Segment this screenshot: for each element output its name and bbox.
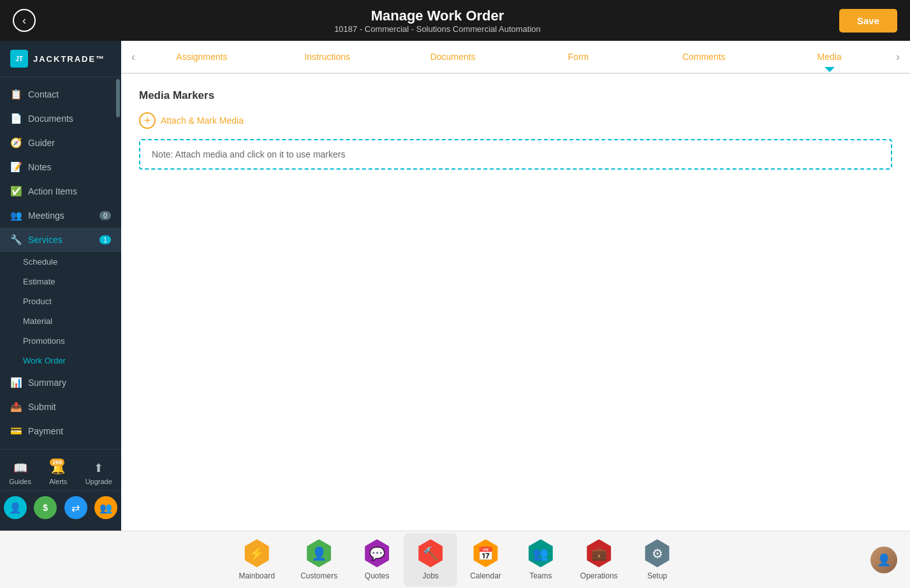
sidebar-subitem-promotions[interactable]: Promotions	[0, 331, 121, 351]
dollar-mini-button[interactable]: $	[34, 496, 57, 519]
tab-form[interactable]: Form	[515, 43, 641, 71]
sidebar-subitem-estimate[interactable]: Estimate	[0, 272, 121, 291]
exchange-mini-button[interactable]: ⇄	[64, 496, 87, 519]
schedule-label: Schedule	[23, 257, 57, 267]
logo-text: JACKTRADE™	[33, 54, 105, 64]
content-body: Media Markers + Attach & Mark Media Note…	[121, 74, 910, 531]
jobs-icon: 🔨	[416, 540, 444, 568]
tab-media[interactable]: Media	[767, 43, 892, 71]
sidebar-item-payment[interactable]: 💳 Payment	[0, 419, 121, 443]
contact-icon: 📋	[10, 89, 22, 100]
sidebar-item-meetings[interactable]: 👥 Meetings 0	[0, 203, 121, 228]
back-button[interactable]: ‹	[13, 9, 36, 32]
work-order-label: Work Order	[23, 356, 66, 365]
sidebar-item-contact[interactable]: 📋 Contact	[0, 82, 121, 107]
sidebar-item-documents[interactable]: 📄 Documents	[0, 107, 121, 131]
services-icon: 🔧	[10, 234, 22, 246]
calendar-icon: 📅	[472, 540, 500, 568]
tab-next-button[interactable]: ›	[892, 50, 904, 64]
bottom-nav-customers[interactable]: 👤 Customers	[288, 533, 350, 587]
bottom-nav-mainboard[interactable]: ⚡ Mainboard	[226, 533, 288, 587]
sidebar-item-contact-label: Contact	[28, 89, 59, 99]
sidebar-nav: 📋 Contact 📄 Documents 🧭 Guider 📝 Notes ✅	[0, 77, 121, 449]
action-items-icon: ✅	[10, 186, 22, 197]
bottom-nav-setup[interactable]: ⚙ Setup	[631, 533, 684, 587]
sidebar-item-summary[interactable]: 📊 Summary	[0, 371, 121, 395]
guider-icon: 🧭	[10, 137, 22, 149]
note-text: Note: Attach media and click on it to us…	[152, 149, 345, 159]
sidebar-scroll-thumb	[116, 79, 120, 117]
avatar-image: 👤	[870, 547, 897, 573]
guides-button[interactable]: 📖 Guides	[3, 456, 38, 490]
sidebar-item-notes[interactable]: 📝 Notes	[0, 155, 121, 179]
sidebar-item-meetings-label: Meetings	[28, 210, 64, 221]
plus-circle-icon: +	[139, 112, 156, 129]
bottom-nav-teams[interactable]: 👥 Teams	[514, 533, 568, 587]
mainboard-label: Mainboard	[239, 571, 275, 580]
sidebar-item-guider-label: Guider	[28, 138, 55, 148]
save-button[interactable]: Save	[839, 9, 897, 33]
sidebar-item-services[interactable]: 🔧 Services 1	[0, 228, 121, 252]
main-layout: JT JACKTRADE™ 📋 Contact 📄 Documents 🧭 Gu…	[0, 41, 910, 531]
sidebar-subitem-material[interactable]: Material	[0, 311, 121, 331]
attach-mark-media-button[interactable]: + Attach & Mark Media	[139, 112, 892, 129]
summary-icon: 📊	[10, 377, 22, 388]
section-title: Media Markers	[139, 89, 892, 102]
customers-icon: 👤	[305, 540, 333, 568]
mainboard-icon: ⚡	[243, 540, 271, 568]
bottom-navbar: ⚡ Mainboard 👤 Customers 💬 Quotes 🔨 Jobs …	[0, 531, 910, 588]
sidebar-item-services-label: Services	[28, 235, 62, 245]
quotes-icon: 💬	[363, 540, 391, 568]
sidebar-item-guider[interactable]: 🧭 Guider	[0, 131, 121, 155]
logo-icon: JT	[10, 50, 28, 68]
sidebar-subitem-schedule[interactable]: Schedule	[0, 252, 121, 272]
sidebar-item-action-items[interactable]: ✅ Action Items	[0, 179, 121, 203]
bottom-nav-jobs[interactable]: 🔨 Jobs	[404, 533, 457, 587]
bottom-nav-operations[interactable]: 💼 Operations	[568, 533, 631, 587]
sidebar-item-payment-label: Payment	[28, 426, 63, 436]
bottom-nav-quotes[interactable]: 💬 Quotes	[350, 533, 404, 587]
tab-instructions[interactable]: Instructions	[265, 43, 390, 71]
user-mini-button[interactable]: 👤	[4, 496, 27, 519]
sidebar-bottom-row: 📖 Guides 🔔 269 Alerts ⬆ Upgrade	[0, 456, 121, 490]
submit-icon: 📤	[10, 401, 22, 413]
documents-icon: 📄	[10, 113, 22, 124]
tab-comments[interactable]: Comments	[641, 43, 767, 71]
sidebar-item-notes-label: Notes	[28, 162, 52, 172]
operations-icon: 💼	[585, 540, 613, 568]
page-title: Manage Work Order	[334, 8, 541, 24]
setup-icon: ⚙	[643, 540, 671, 568]
bottom-nav-calendar[interactable]: 📅 Calendar	[457, 533, 514, 587]
sidebar-item-documents-label: Documents	[28, 114, 73, 124]
material-label: Material	[23, 316, 52, 326]
alerts-badge: 269	[50, 459, 64, 466]
product-label: Product	[23, 297, 52, 306]
upgrade-icon: ⬆	[94, 461, 103, 475]
sidebar-item-submit-label: Submit	[28, 402, 56, 412]
upgrade-button[interactable]: ⬆ Upgrade	[79, 456, 119, 490]
customers-label: Customers	[300, 571, 337, 580]
tab-assignments[interactable]: Assignments	[139, 43, 265, 71]
notes-icon: 📝	[10, 161, 22, 173]
upgrade-label: Upgrade	[85, 478, 112, 485]
page-subtitle: 10187 - Commercial - Solutions Commercia…	[334, 24, 541, 34]
teams-icon: 👥	[527, 540, 555, 568]
calendar-label: Calendar	[470, 571, 501, 580]
tab-documents[interactable]: Documents	[390, 43, 516, 71]
quotes-label: Quotes	[365, 571, 390, 580]
sidebar-item-action-items-label: Action Items	[28, 186, 77, 196]
services-badge: 1	[99, 235, 111, 244]
jobs-label: Jobs	[422, 571, 438, 580]
content-area: ‹ Assignments Instructions Documents For…	[121, 41, 910, 531]
user-avatar[interactable]: 👤	[870, 547, 897, 573]
sidebar-bottom: 📖 Guides 🔔 269 Alerts ⬆ Upgrade 👤 $ ⇄ 👥	[0, 449, 121, 531]
sidebar-item-submit[interactable]: 📤 Submit	[0, 395, 121, 419]
tab-prev-button[interactable]: ‹	[128, 50, 139, 64]
sidebar-subitem-product[interactable]: Product	[0, 291, 121, 311]
alerts-button[interactable]: 🔔 269 Alerts	[43, 456, 73, 490]
estimate-label: Estimate	[23, 277, 55, 286]
meetings-icon: 👥	[10, 210, 22, 221]
setup-label: Setup	[647, 571, 667, 580]
sidebar-subitem-work-order[interactable]: Work Order	[0, 351, 121, 371]
group-mini-button[interactable]: 👥	[94, 496, 117, 519]
